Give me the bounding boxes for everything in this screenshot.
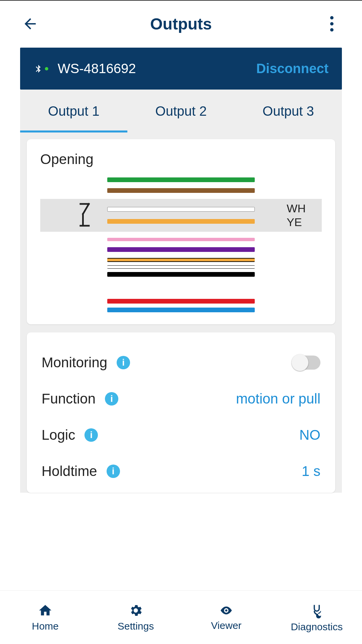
wire-group-selected[interactable]: WH YE (40, 199, 322, 232)
function-value: motion or pull (236, 391, 320, 407)
wire-brown (107, 188, 255, 193)
page-title: Outputs (40, 15, 322, 33)
wire-blue (107, 308, 255, 312)
output-tabs: Output 1 Output 2 Output 3 (20, 90, 342, 132)
back-button[interactable] (20, 14, 40, 34)
opening-card: Opening WH YE (27, 139, 335, 324)
device-name: WS-4816692 (58, 61, 256, 76)
holdtime-value: 1 s (302, 463, 320, 479)
nav-viewer[interactable]: Viewer (181, 591, 272, 644)
selected-wire-labels: WH YE (287, 202, 306, 229)
info-icon[interactable]: i (84, 428, 98, 442)
wire-yellow (107, 219, 255, 224)
wire-orange-black-stripe (107, 258, 255, 262)
wire-purple (107, 247, 255, 252)
info-icon[interactable]: i (105, 392, 118, 406)
disconnect-button[interactable]: Disconnect (256, 61, 328, 76)
nav-settings[interactable]: Settings (90, 591, 181, 644)
wire-black (107, 272, 255, 277)
bluetooth-icon (34, 62, 48, 75)
home-icon (38, 603, 53, 618)
setting-monitoring: Monitoring i (40, 344, 322, 381)
wire-white (107, 207, 255, 212)
info-icon[interactable]: i (107, 465, 120, 478)
wire-diagram: WH YE (40, 177, 322, 312)
app-bar: Outputs (0, 2, 362, 46)
wire-pink (107, 238, 255, 241)
eye-icon (218, 604, 234, 617)
stethoscope-icon (309, 602, 324, 619)
monitoring-toggle[interactable] (293, 356, 320, 370)
info-icon[interactable]: i (117, 356, 130, 369)
nav-diagnostics[interactable]: Diagnostics (272, 591, 362, 644)
wire-group-1[interactable] (107, 177, 255, 193)
more-menu-button[interactable] (322, 14, 342, 34)
setting-function[interactable]: Function i motion or pull (40, 381, 322, 417)
nav-home[interactable]: Home (0, 591, 90, 644)
device-connection-bar: WS-4816692 Disconnect (20, 48, 342, 90)
relay-icon (77, 202, 94, 229)
setting-holdtime[interactable]: Holdtime i 1 s (40, 453, 322, 489)
wire-red (107, 299, 255, 304)
logic-value: NO (299, 427, 320, 443)
wire-group-5[interactable] (107, 299, 255, 312)
gear-icon (128, 603, 143, 618)
wire-white-black-stripe (107, 265, 255, 269)
setting-logic[interactable]: Logic i NO (40, 417, 322, 453)
tab-output-1[interactable]: Output 1 (20, 90, 127, 132)
wire-green (107, 177, 255, 182)
tab-output-2[interactable]: Output 2 (127, 90, 235, 132)
wire-group-4[interactable] (107, 258, 255, 277)
wire-group-3[interactable] (107, 238, 255, 252)
opening-card-title: Opening (40, 151, 322, 167)
connection-status-dot (45, 67, 48, 70)
bottom-nav: Home Settings Viewer Diagnostics (0, 590, 362, 644)
tab-output-3[interactable]: Output 3 (235, 90, 342, 132)
settings-card: Monitoring i Function i motion or pull L… (27, 332, 335, 493)
